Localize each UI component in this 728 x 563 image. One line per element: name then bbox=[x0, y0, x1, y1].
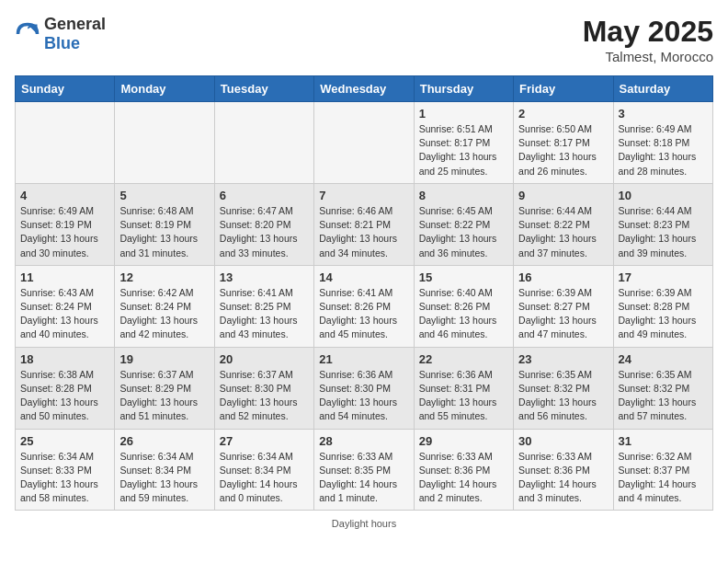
col-monday: Monday bbox=[115, 76, 214, 102]
col-wednesday: Wednesday bbox=[314, 76, 414, 102]
table-row: 24Sunrise: 6:35 AM Sunset: 8:32 PM Dayli… bbox=[613, 347, 712, 429]
day-number: 11 bbox=[20, 270, 109, 284]
day-info: Sunrise: 6:33 AM Sunset: 8:36 PM Dayligh… bbox=[518, 450, 608, 506]
logo-icon bbox=[15, 21, 40, 47]
table-row: 14Sunrise: 6:41 AM Sunset: 8:26 PM Dayli… bbox=[314, 265, 414, 347]
day-number: 27 bbox=[220, 434, 309, 448]
week-row-4: 18Sunrise: 6:38 AM Sunset: 8:28 PM Dayli… bbox=[16, 347, 713, 429]
day-info: Sunrise: 6:36 AM Sunset: 8:31 PM Dayligh… bbox=[419, 368, 508, 424]
day-number: 20 bbox=[220, 352, 309, 366]
day-number: 31 bbox=[619, 434, 708, 448]
table-row: 28Sunrise: 6:33 AM Sunset: 8:35 PM Dayli… bbox=[314, 429, 414, 511]
logo: General Blue bbox=[15, 15, 106, 53]
day-info: Sunrise: 6:41 AM Sunset: 8:25 PM Dayligh… bbox=[220, 286, 309, 342]
table-row: 6Sunrise: 6:47 AM Sunset: 8:20 PM Daylig… bbox=[214, 183, 313, 265]
day-info: Sunrise: 6:49 AM Sunset: 8:19 PM Dayligh… bbox=[20, 204, 109, 260]
day-info: Sunrise: 6:40 AM Sunset: 8:26 PM Dayligh… bbox=[419, 286, 508, 342]
table-row: 20Sunrise: 6:37 AM Sunset: 8:30 PM Dayli… bbox=[214, 347, 313, 429]
week-row-2: 4Sunrise: 6:49 AM Sunset: 8:19 PM Daylig… bbox=[16, 183, 713, 265]
table-row: 31Sunrise: 6:32 AM Sunset: 8:37 PM Dayli… bbox=[613, 429, 712, 511]
day-number: 13 bbox=[220, 270, 309, 284]
week-row-3: 11Sunrise: 6:43 AM Sunset: 8:24 PM Dayli… bbox=[16, 265, 713, 347]
day-info: Sunrise: 6:32 AM Sunset: 8:37 PM Dayligh… bbox=[619, 450, 708, 506]
calendar-header-row: Sunday Monday Tuesday Wednesday Thursday… bbox=[16, 76, 713, 102]
day-number: 19 bbox=[119, 352, 209, 366]
table-row: 21Sunrise: 6:36 AM Sunset: 8:30 PM Dayli… bbox=[314, 347, 414, 429]
table-row: 11Sunrise: 6:43 AM Sunset: 8:24 PM Dayli… bbox=[16, 265, 115, 347]
table-row: 3Sunrise: 6:49 AM Sunset: 8:18 PM Daylig… bbox=[613, 102, 712, 184]
footer: Daylight hours bbox=[15, 518, 713, 529]
month-year: May 2025 bbox=[583, 15, 713, 49]
day-info: Sunrise: 6:33 AM Sunset: 8:36 PM Dayligh… bbox=[419, 450, 508, 506]
day-number: 2 bbox=[518, 107, 608, 121]
table-row: 29Sunrise: 6:33 AM Sunset: 8:36 PM Dayli… bbox=[414, 429, 513, 511]
table-row: 2Sunrise: 6:50 AM Sunset: 8:17 PM Daylig… bbox=[514, 102, 613, 184]
day-number: 25 bbox=[20, 434, 109, 448]
day-info: Sunrise: 6:47 AM Sunset: 8:20 PM Dayligh… bbox=[220, 204, 309, 260]
table-row: 7Sunrise: 6:46 AM Sunset: 8:21 PM Daylig… bbox=[314, 183, 414, 265]
day-info: Sunrise: 6:36 AM Sunset: 8:30 PM Dayligh… bbox=[319, 368, 408, 424]
day-info: Sunrise: 6:51 AM Sunset: 8:17 PM Dayligh… bbox=[419, 122, 508, 178]
table-row: 30Sunrise: 6:33 AM Sunset: 8:36 PM Dayli… bbox=[514, 429, 613, 511]
day-info: Sunrise: 6:37 AM Sunset: 8:30 PM Dayligh… bbox=[220, 368, 309, 424]
day-info: Sunrise: 6:50 AM Sunset: 8:17 PM Dayligh… bbox=[518, 122, 608, 178]
day-info: Sunrise: 6:34 AM Sunset: 8:33 PM Dayligh… bbox=[20, 450, 109, 506]
day-number: 5 bbox=[119, 189, 209, 202]
day-info: Sunrise: 6:48 AM Sunset: 8:19 PM Dayligh… bbox=[119, 204, 209, 260]
day-info: Sunrise: 6:41 AM Sunset: 8:26 PM Dayligh… bbox=[319, 286, 408, 342]
table-row: 4Sunrise: 6:49 AM Sunset: 8:19 PM Daylig… bbox=[16, 183, 115, 265]
table-row: 23Sunrise: 6:35 AM Sunset: 8:32 PM Dayli… bbox=[514, 347, 613, 429]
table-row bbox=[16, 102, 115, 184]
table-row: 18Sunrise: 6:38 AM Sunset: 8:28 PM Dayli… bbox=[16, 347, 115, 429]
day-info: Sunrise: 6:37 AM Sunset: 8:29 PM Dayligh… bbox=[119, 368, 209, 424]
day-number: 1 bbox=[419, 107, 508, 121]
table-row: 5Sunrise: 6:48 AM Sunset: 8:19 PM Daylig… bbox=[115, 183, 214, 265]
day-number: 24 bbox=[619, 352, 708, 366]
table-row: 22Sunrise: 6:36 AM Sunset: 8:31 PM Dayli… bbox=[414, 347, 513, 429]
table-row: 25Sunrise: 6:34 AM Sunset: 8:33 PM Dayli… bbox=[16, 429, 115, 511]
day-info: Sunrise: 6:46 AM Sunset: 8:21 PM Dayligh… bbox=[319, 204, 408, 260]
day-number: 21 bbox=[319, 352, 408, 366]
table-row: 26Sunrise: 6:34 AM Sunset: 8:34 PM Dayli… bbox=[115, 429, 214, 511]
day-number: 26 bbox=[119, 434, 209, 448]
title-block: May 2025 Talmest, Morocco bbox=[583, 15, 713, 64]
table-row: 27Sunrise: 6:34 AM Sunset: 8:34 PM Dayli… bbox=[214, 429, 313, 511]
col-saturday: Saturday bbox=[613, 76, 712, 102]
table-row: 16Sunrise: 6:39 AM Sunset: 8:27 PM Dayli… bbox=[514, 265, 613, 347]
day-number: 30 bbox=[518, 434, 608, 448]
day-number: 23 bbox=[518, 352, 608, 366]
day-info: Sunrise: 6:39 AM Sunset: 8:28 PM Dayligh… bbox=[619, 286, 708, 342]
table-row bbox=[214, 102, 313, 184]
day-number: 29 bbox=[419, 434, 508, 448]
day-number: 16 bbox=[518, 270, 608, 284]
day-info: Sunrise: 6:44 AM Sunset: 8:23 PM Dayligh… bbox=[619, 204, 708, 260]
col-sunday: Sunday bbox=[16, 76, 115, 102]
day-info: Sunrise: 6:39 AM Sunset: 8:27 PM Dayligh… bbox=[518, 286, 608, 342]
day-info: Sunrise: 6:42 AM Sunset: 8:24 PM Dayligh… bbox=[119, 286, 209, 342]
day-number: 8 bbox=[419, 189, 508, 202]
day-info: Sunrise: 6:45 AM Sunset: 8:22 PM Dayligh… bbox=[419, 204, 508, 260]
day-number: 9 bbox=[518, 189, 608, 202]
day-number: 12 bbox=[119, 270, 209, 284]
table-row: 12Sunrise: 6:42 AM Sunset: 8:24 PM Dayli… bbox=[115, 265, 214, 347]
table-row: 1Sunrise: 6:51 AM Sunset: 8:17 PM Daylig… bbox=[414, 102, 513, 184]
col-friday: Friday bbox=[514, 76, 613, 102]
location: Talmest, Morocco bbox=[583, 49, 713, 64]
table-row: 10Sunrise: 6:44 AM Sunset: 8:23 PM Dayli… bbox=[613, 183, 712, 265]
day-info: Sunrise: 6:35 AM Sunset: 8:32 PM Dayligh… bbox=[619, 368, 708, 424]
table-row: 15Sunrise: 6:40 AM Sunset: 8:26 PM Dayli… bbox=[414, 265, 513, 347]
col-tuesday: Tuesday bbox=[214, 76, 313, 102]
day-info: Sunrise: 6:34 AM Sunset: 8:34 PM Dayligh… bbox=[119, 450, 209, 506]
table-row: 19Sunrise: 6:37 AM Sunset: 8:29 PM Dayli… bbox=[115, 347, 214, 429]
footer-text: Daylight hours bbox=[332, 518, 396, 529]
week-row-1: 1Sunrise: 6:51 AM Sunset: 8:17 PM Daylig… bbox=[16, 102, 713, 184]
table-row: 8Sunrise: 6:45 AM Sunset: 8:22 PM Daylig… bbox=[414, 183, 513, 265]
day-number: 15 bbox=[419, 270, 508, 284]
day-number: 4 bbox=[20, 189, 109, 202]
table-row bbox=[115, 102, 214, 184]
table-row: 17Sunrise: 6:39 AM Sunset: 8:28 PM Dayli… bbox=[613, 265, 712, 347]
day-number: 6 bbox=[220, 189, 309, 202]
day-info: Sunrise: 6:43 AM Sunset: 8:24 PM Dayligh… bbox=[20, 286, 109, 342]
week-row-5: 25Sunrise: 6:34 AM Sunset: 8:33 PM Dayli… bbox=[16, 429, 713, 511]
day-number: 7 bbox=[319, 189, 408, 202]
